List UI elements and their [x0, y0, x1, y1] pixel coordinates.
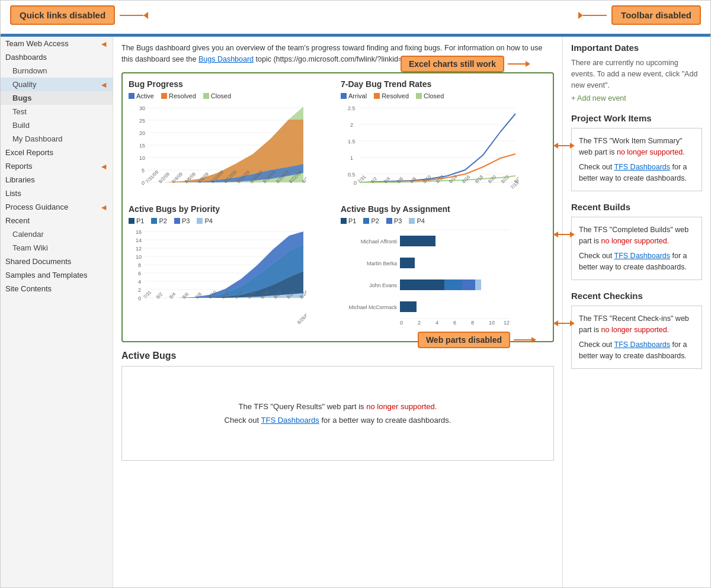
- svg-text:8: 8: [471, 320, 474, 326]
- work-items-arrow: [553, 143, 575, 149]
- sidebar-item-shared-documents[interactable]: Shared Documents: [1, 255, 113, 268]
- sidebar-arrow-reports: ◄: [100, 162, 108, 171]
- svg-rect-98: [400, 236, 435, 246]
- active-bugs-box: The TFS "Query Results" web part is no l…: [121, 366, 554, 461]
- svg-rect-102: [462, 279, 475, 290]
- legend-a-p4-dot: [409, 218, 415, 224]
- sidebar-item-bugs[interactable]: Bugs: [1, 91, 113, 105]
- svg-text:6: 6: [138, 271, 141, 277]
- svg-text:10: 10: [136, 254, 142, 260]
- legend-arrival-dot: [341, 93, 347, 99]
- svg-text:8: 8: [138, 262, 141, 268]
- excel-arrow: [508, 61, 530, 67]
- svg-text:8/8: 8/8: [194, 291, 203, 300]
- svg-text:8/8: 8/8: [409, 175, 418, 184]
- sidebar-item-dashboards[interactable]: Dashboards: [1, 50, 113, 64]
- sidebar-item-my-dashboard[interactable]: My Dashboard: [1, 132, 113, 146]
- legend-arrival: Arrival: [341, 92, 367, 99]
- legend-resolved-dot: [161, 93, 167, 99]
- svg-text:8/26/09: 8/26/09: [296, 310, 306, 325]
- web-parts-arrow: [514, 337, 536, 343]
- sidebar-item-reports[interactable]: Reports ◄: [1, 159, 113, 173]
- svg-rect-100: [400, 279, 444, 290]
- sidebar-item-build[interactable]: Build: [1, 118, 113, 132]
- legend-resolved: Resolved: [161, 92, 196, 99]
- assignment-title: Active Bugs by Assignment: [341, 204, 547, 214]
- priority-title: Active Bugs by Priority: [129, 204, 335, 214]
- sidebar-item-team-wiki[interactable]: Team Wiki: [1, 241, 113, 255]
- recent-builds-section: Recent Builds The TFS "Completed Builds"…: [571, 202, 702, 280]
- svg-text:6: 6: [453, 320, 456, 326]
- bug-trend-title: 7-Day Bug Trend Rates: [341, 79, 547, 89]
- svg-text:4: 4: [435, 320, 438, 326]
- active-bugs-tfs-link[interactable]: TFS Dashboards: [261, 416, 319, 425]
- bug-trend-legend: Arrival Resolved Closed: [341, 92, 547, 99]
- svg-text:8/6: 8/6: [396, 175, 405, 184]
- checkins-tfs-link[interactable]: TFS Dashboards: [614, 340, 670, 349]
- svg-text:15: 15: [139, 143, 145, 149]
- svg-text:0: 0: [138, 295, 141, 301]
- charts-bottom-row: Active Bugs by Priority P1 P2: [129, 204, 547, 335]
- project-work-items-box: The TFS "Work Item Summary" web part is …: [571, 128, 702, 191]
- svg-text:16: 16: [136, 229, 142, 235]
- bug-progress-chart: Bug Progress Active Resolved: [129, 79, 335, 198]
- builds-arrow: [553, 232, 575, 237]
- sidebar-item-lists[interactable]: Lists: [1, 187, 113, 200]
- legend-p3: P3: [174, 217, 190, 224]
- sidebar-item-team-web-access[interactable]: Team Web Access ◄: [1, 37, 113, 50]
- legend-p2: P2: [151, 217, 166, 224]
- sidebar-item-libraries[interactable]: Libraries: [1, 173, 113, 187]
- work-items-tfs-link[interactable]: TFS Dashboards: [614, 163, 670, 171]
- bug-progress-legend: Active Resolved Closed: [129, 92, 335, 99]
- excel-callout: Excel charts still work: [401, 56, 530, 72]
- sidebar-item-burndown[interactable]: Burndown: [1, 64, 113, 78]
- recent-builds-box: The TFS "Completed Builds" web part is n…: [571, 217, 702, 280]
- assignment-legend: P1 P2 P3: [341, 217, 547, 224]
- active-bugs-title: Active Bugs: [121, 351, 554, 361]
- legend-p1: P1: [129, 217, 144, 224]
- legend-a-p1: P1: [341, 217, 356, 224]
- quick-links-arrow: [120, 12, 148, 19]
- excel-charts-area: Bug Progress Active Resolved: [121, 72, 554, 342]
- legend-active: Active: [129, 92, 154, 99]
- priority-svg: 16 14 12 10 8 6 4 2 0: [129, 227, 306, 333]
- sidebar-item-samples-templates[interactable]: Samples and Templates: [1, 268, 113, 282]
- svg-text:10: 10: [489, 320, 495, 326]
- legend-a-p2-dot: [363, 218, 369, 224]
- sidebar-item-quality[interactable]: Quality ◄: [1, 78, 113, 91]
- excel-callout-label: Excel charts still work: [401, 56, 504, 72]
- sidebar-arrow-quality: ◄: [100, 80, 108, 89]
- sidebar-item-test[interactable]: Test: [1, 105, 113, 118]
- svg-text:8/10: 8/10: [207, 289, 218, 300]
- toolbar-callout: Toolbar disabled: [578, 5, 701, 25]
- svg-text:0: 0: [400, 320, 403, 326]
- quick-links-label: Quick links disabled: [10, 5, 115, 25]
- svg-text:7/31/09: 7/31/09: [145, 169, 160, 184]
- legend-closed2: Closed: [416, 92, 444, 99]
- sidebar-item-site-contents[interactable]: Site Contents: [1, 282, 113, 295]
- bug-progress-title: Bug Progress: [129, 79, 335, 89]
- excel-callout-container: Excel charts still work Bug Progress: [121, 72, 554, 342]
- add-event-link[interactable]: Add new event: [571, 94, 702, 102]
- svg-text:8/20: 8/20: [487, 173, 498, 184]
- builds-tfs-link[interactable]: TFS Dashboards: [614, 252, 670, 260]
- svg-text:10: 10: [139, 155, 145, 161]
- svg-text:25: 25: [139, 118, 145, 124]
- recent-checkins-title: Recent Checkins: [571, 291, 702, 301]
- bugs-dashboard-link[interactable]: Bugs Dashboard: [198, 55, 254, 63]
- sidebar-item-process-guidance[interactable]: Process Guidance ◄: [1, 200, 113, 214]
- svg-rect-99: [400, 258, 415, 268]
- sidebar-item-excel-reports[interactable]: Excel Reports: [1, 146, 113, 159]
- svg-text:8/12: 8/12: [435, 173, 446, 184]
- legend-closed-dot: [203, 93, 209, 99]
- svg-text:8/6: 8/6: [181, 291, 190, 300]
- sidebar-item-recent[interactable]: Recent: [1, 214, 113, 227]
- sidebar-item-calendar[interactable]: Calendar: [1, 227, 113, 241]
- svg-text:8/18: 8/18: [474, 173, 485, 184]
- svg-text:1.5: 1.5: [348, 139, 356, 144]
- svg-text:2.5: 2.5: [348, 105, 356, 111]
- legend-a-p3: P3: [386, 217, 402, 224]
- svg-text:7/31: 7/31: [142, 289, 153, 300]
- legend-a-p4: P4: [409, 217, 424, 224]
- assignment-svg: Michael Affronti Martin Berka John Evans…: [341, 227, 518, 333]
